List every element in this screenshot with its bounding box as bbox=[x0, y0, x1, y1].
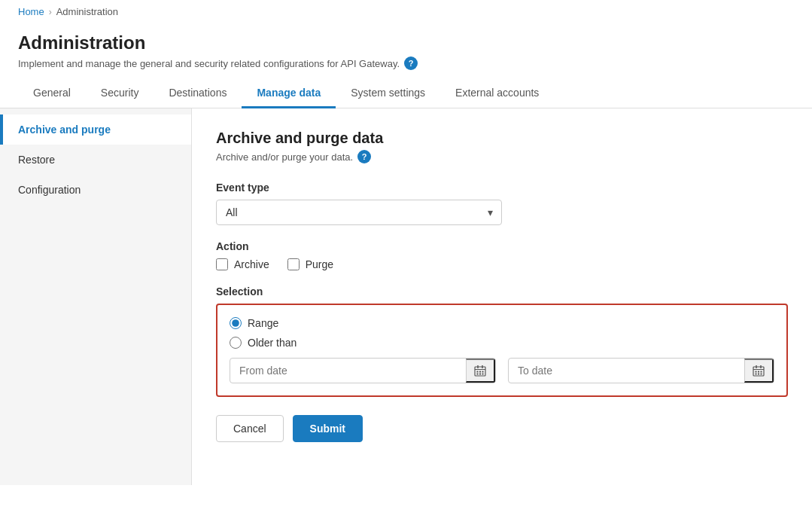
svg-rect-4 bbox=[477, 371, 479, 373]
selection-label: Selection bbox=[216, 285, 788, 298]
button-row: Cancel Submit bbox=[216, 415, 788, 442]
sidebar: Archive and purge Restore Configuration bbox=[0, 108, 192, 485]
section-help-icon[interactable]: ? bbox=[357, 150, 371, 163]
tab-security[interactable]: Security bbox=[86, 79, 154, 108]
svg-rect-14 bbox=[756, 371, 757, 373]
from-date-input[interactable] bbox=[230, 359, 466, 383]
calendar-icon bbox=[474, 365, 486, 377]
range-label: Range bbox=[248, 317, 278, 329]
header-help-icon[interactable]: ? bbox=[404, 56, 418, 70]
date-row bbox=[230, 358, 774, 383]
range-radio[interactable] bbox=[230, 317, 242, 329]
range-radio-label[interactable]: Range bbox=[230, 317, 774, 329]
svg-rect-6 bbox=[482, 371, 484, 373]
older-than-radio[interactable] bbox=[230, 337, 242, 349]
from-date-wrapper bbox=[230, 358, 496, 383]
from-date-calendar-button[interactable] bbox=[466, 359, 495, 383]
tab-manage-data[interactable]: Manage data bbox=[242, 79, 336, 108]
selection-group: Selection Range Older than bbox=[216, 285, 788, 397]
svg-rect-19 bbox=[761, 374, 762, 375]
layout: Archive and purge Restore Configuration … bbox=[0, 108, 812, 485]
svg-rect-9 bbox=[482, 374, 484, 375]
page-title: Administration bbox=[18, 32, 794, 53]
sidebar-item-configuration[interactable]: Configuration bbox=[0, 175, 191, 205]
archive-checkbox-label[interactable]: Archive bbox=[216, 258, 269, 270]
section-subtitle: Archive and/or purge your data. ? bbox=[216, 150, 788, 163]
svg-rect-16 bbox=[761, 371, 762, 373]
svg-rect-7 bbox=[477, 374, 479, 375]
event-type-select-wrapper: All Transaction System ▾ bbox=[216, 200, 502, 225]
tab-system-settings[interactable]: System settings bbox=[336, 79, 440, 108]
svg-rect-8 bbox=[479, 374, 481, 375]
main-content: Archive and purge data Archive and/or pu… bbox=[192, 108, 812, 485]
breadcrumb: Home › Administration bbox=[0, 0, 812, 23]
svg-rect-17 bbox=[756, 374, 757, 375]
older-than-radio-label[interactable]: Older than bbox=[230, 337, 774, 349]
top-nav: General Security Destinations Manage dat… bbox=[0, 79, 812, 108]
sidebar-item-archive-purge[interactable]: Archive and purge bbox=[0, 114, 191, 145]
action-checkbox-group: Archive Purge bbox=[216, 258, 788, 270]
event-type-select[interactable]: All Transaction System bbox=[216, 200, 502, 225]
archive-checkbox[interactable] bbox=[216, 258, 228, 270]
breadcrumb-separator: › bbox=[49, 7, 52, 17]
purge-checkbox[interactable] bbox=[287, 258, 300, 270]
page-subtitle: Implement and manage the general and sec… bbox=[18, 56, 794, 70]
page-header: Administration Implement and manage the … bbox=[0, 23, 812, 70]
event-type-label: Event type bbox=[216, 182, 788, 194]
tab-general[interactable]: General bbox=[18, 79, 86, 108]
selection-box: Range Older than bbox=[216, 304, 788, 397]
svg-rect-15 bbox=[758, 371, 759, 373]
tab-destinations[interactable]: Destinations bbox=[154, 79, 242, 108]
sidebar-item-restore[interactable]: Restore bbox=[0, 145, 191, 175]
purge-checkbox-label[interactable]: Purge bbox=[287, 258, 333, 270]
breadcrumb-current: Administration bbox=[56, 6, 118, 17]
action-label: Action bbox=[216, 240, 788, 252]
to-date-wrapper bbox=[508, 358, 774, 383]
cancel-button[interactable]: Cancel bbox=[216, 415, 284, 442]
action-group: Action Archive Purge bbox=[216, 240, 788, 270]
to-date-input[interactable] bbox=[509, 359, 744, 383]
to-date-calendar-button[interactable] bbox=[744, 359, 774, 383]
breadcrumb-home-link[interactable]: Home bbox=[18, 6, 44, 17]
archive-label: Archive bbox=[234, 258, 269, 270]
section-title: Archive and purge data bbox=[216, 130, 788, 147]
tab-external-accounts[interactable]: External accounts bbox=[440, 79, 554, 108]
calendar-icon-2 bbox=[753, 365, 765, 377]
svg-rect-18 bbox=[758, 374, 759, 375]
event-type-group: Event type All Transaction System ▾ bbox=[216, 182, 788, 225]
purge-label: Purge bbox=[306, 258, 333, 270]
older-than-label: Older than bbox=[248, 337, 297, 349]
svg-rect-5 bbox=[479, 371, 481, 373]
submit-button[interactable]: Submit bbox=[293, 415, 363, 442]
